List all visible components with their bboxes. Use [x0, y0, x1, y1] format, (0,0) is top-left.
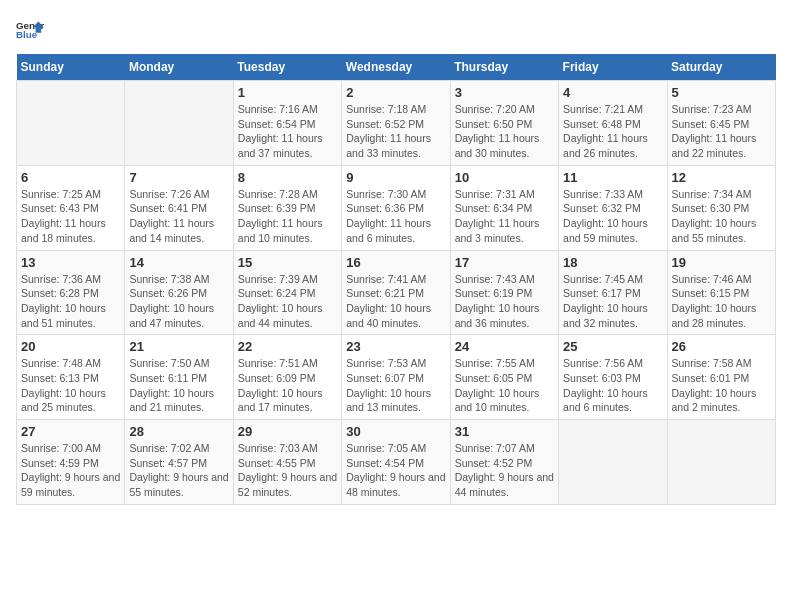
day-number: 29 — [238, 424, 337, 439]
day-number: 30 — [346, 424, 445, 439]
calendar-day-cell: 19Sunrise: 7:46 AM Sunset: 6:15 PM Dayli… — [667, 250, 775, 335]
day-info: Sunrise: 7:28 AM Sunset: 6:39 PM Dayligh… — [238, 187, 337, 246]
day-info: Sunrise: 7:18 AM Sunset: 6:52 PM Dayligh… — [346, 102, 445, 161]
calendar-day-cell: 23Sunrise: 7:53 AM Sunset: 6:07 PM Dayli… — [342, 335, 450, 420]
day-number: 12 — [672, 170, 771, 185]
day-number: 10 — [455, 170, 554, 185]
calendar-day-cell: 9Sunrise: 7:30 AM Sunset: 6:36 PM Daylig… — [342, 165, 450, 250]
day-info: Sunrise: 7:58 AM Sunset: 6:01 PM Dayligh… — [672, 356, 771, 415]
day-info: Sunrise: 7:02 AM Sunset: 4:57 PM Dayligh… — [129, 441, 228, 500]
calendar-day-cell — [559, 420, 667, 505]
calendar-day-cell: 2Sunrise: 7:18 AM Sunset: 6:52 PM Daylig… — [342, 81, 450, 166]
day-number: 31 — [455, 424, 554, 439]
calendar-day-cell: 29Sunrise: 7:03 AM Sunset: 4:55 PM Dayli… — [233, 420, 341, 505]
day-info: Sunrise: 7:33 AM Sunset: 6:32 PM Dayligh… — [563, 187, 662, 246]
svg-text:Blue: Blue — [16, 29, 38, 40]
day-info: Sunrise: 7:55 AM Sunset: 6:05 PM Dayligh… — [455, 356, 554, 415]
day-info: Sunrise: 7:51 AM Sunset: 6:09 PM Dayligh… — [238, 356, 337, 415]
calendar-day-cell: 22Sunrise: 7:51 AM Sunset: 6:09 PM Dayli… — [233, 335, 341, 420]
day-info: Sunrise: 7:45 AM Sunset: 6:17 PM Dayligh… — [563, 272, 662, 331]
day-of-week-header: Tuesday — [233, 54, 341, 81]
day-info: Sunrise: 7:16 AM Sunset: 6:54 PM Dayligh… — [238, 102, 337, 161]
calendar-day-cell: 18Sunrise: 7:45 AM Sunset: 6:17 PM Dayli… — [559, 250, 667, 335]
calendar-week-row: 20Sunrise: 7:48 AM Sunset: 6:13 PM Dayli… — [17, 335, 776, 420]
day-number: 5 — [672, 85, 771, 100]
calendar-day-cell: 7Sunrise: 7:26 AM Sunset: 6:41 PM Daylig… — [125, 165, 233, 250]
calendar-day-cell: 17Sunrise: 7:43 AM Sunset: 6:19 PM Dayli… — [450, 250, 558, 335]
day-info: Sunrise: 7:43 AM Sunset: 6:19 PM Dayligh… — [455, 272, 554, 331]
day-number: 14 — [129, 255, 228, 270]
calendar-day-cell: 3Sunrise: 7:20 AM Sunset: 6:50 PM Daylig… — [450, 81, 558, 166]
day-info: Sunrise: 7:34 AM Sunset: 6:30 PM Dayligh… — [672, 187, 771, 246]
day-number: 17 — [455, 255, 554, 270]
day-number: 11 — [563, 170, 662, 185]
day-info: Sunrise: 7:23 AM Sunset: 6:45 PM Dayligh… — [672, 102, 771, 161]
day-info: Sunrise: 7:50 AM Sunset: 6:11 PM Dayligh… — [129, 356, 228, 415]
day-number: 3 — [455, 85, 554, 100]
day-info: Sunrise: 7:41 AM Sunset: 6:21 PM Dayligh… — [346, 272, 445, 331]
calendar-week-row: 27Sunrise: 7:00 AM Sunset: 4:59 PM Dayli… — [17, 420, 776, 505]
day-info: Sunrise: 7:39 AM Sunset: 6:24 PM Dayligh… — [238, 272, 337, 331]
calendar-day-cell: 16Sunrise: 7:41 AM Sunset: 6:21 PM Dayli… — [342, 250, 450, 335]
day-number: 7 — [129, 170, 228, 185]
day-number: 20 — [21, 339, 120, 354]
day-number: 23 — [346, 339, 445, 354]
day-info: Sunrise: 7:21 AM Sunset: 6:48 PM Dayligh… — [563, 102, 662, 161]
calendar-day-cell: 25Sunrise: 7:56 AM Sunset: 6:03 PM Dayli… — [559, 335, 667, 420]
calendar-day-cell: 4Sunrise: 7:21 AM Sunset: 6:48 PM Daylig… — [559, 81, 667, 166]
day-number: 26 — [672, 339, 771, 354]
calendar-day-cell: 11Sunrise: 7:33 AM Sunset: 6:32 PM Dayli… — [559, 165, 667, 250]
day-of-week-header: Monday — [125, 54, 233, 81]
calendar-day-cell: 13Sunrise: 7:36 AM Sunset: 6:28 PM Dayli… — [17, 250, 125, 335]
day-number: 28 — [129, 424, 228, 439]
day-number: 2 — [346, 85, 445, 100]
page-header: General Blue — [16, 16, 776, 44]
day-number: 13 — [21, 255, 120, 270]
calendar-day-cell — [125, 81, 233, 166]
calendar-day-cell: 30Sunrise: 7:05 AM Sunset: 4:54 PM Dayli… — [342, 420, 450, 505]
day-info: Sunrise: 7:38 AM Sunset: 6:26 PM Dayligh… — [129, 272, 228, 331]
day-info: Sunrise: 7:00 AM Sunset: 4:59 PM Dayligh… — [21, 441, 120, 500]
calendar-day-cell: 6Sunrise: 7:25 AM Sunset: 6:43 PM Daylig… — [17, 165, 125, 250]
calendar-day-cell — [667, 420, 775, 505]
calendar-day-cell: 26Sunrise: 7:58 AM Sunset: 6:01 PM Dayli… — [667, 335, 775, 420]
day-info: Sunrise: 7:05 AM Sunset: 4:54 PM Dayligh… — [346, 441, 445, 500]
calendar-week-row: 13Sunrise: 7:36 AM Sunset: 6:28 PM Dayli… — [17, 250, 776, 335]
calendar-day-cell — [17, 81, 125, 166]
day-info: Sunrise: 7:31 AM Sunset: 6:34 PM Dayligh… — [455, 187, 554, 246]
calendar-day-cell: 15Sunrise: 7:39 AM Sunset: 6:24 PM Dayli… — [233, 250, 341, 335]
day-number: 15 — [238, 255, 337, 270]
logo: General Blue — [16, 16, 44, 44]
day-info: Sunrise: 7:30 AM Sunset: 6:36 PM Dayligh… — [346, 187, 445, 246]
calendar-day-cell: 12Sunrise: 7:34 AM Sunset: 6:30 PM Dayli… — [667, 165, 775, 250]
day-of-week-header: Sunday — [17, 54, 125, 81]
calendar-day-cell: 14Sunrise: 7:38 AM Sunset: 6:26 PM Dayli… — [125, 250, 233, 335]
day-of-week-header: Friday — [559, 54, 667, 81]
calendar-week-row: 1Sunrise: 7:16 AM Sunset: 6:54 PM Daylig… — [17, 81, 776, 166]
day-info: Sunrise: 7:36 AM Sunset: 6:28 PM Dayligh… — [21, 272, 120, 331]
calendar-day-cell: 21Sunrise: 7:50 AM Sunset: 6:11 PM Dayli… — [125, 335, 233, 420]
day-number: 16 — [346, 255, 445, 270]
day-of-week-header: Thursday — [450, 54, 558, 81]
calendar-week-row: 6Sunrise: 7:25 AM Sunset: 6:43 PM Daylig… — [17, 165, 776, 250]
calendar-day-cell: 10Sunrise: 7:31 AM Sunset: 6:34 PM Dayli… — [450, 165, 558, 250]
day-number: 27 — [21, 424, 120, 439]
day-info: Sunrise: 7:53 AM Sunset: 6:07 PM Dayligh… — [346, 356, 445, 415]
logo-icon: General Blue — [16, 16, 44, 44]
calendar-day-cell: 5Sunrise: 7:23 AM Sunset: 6:45 PM Daylig… — [667, 81, 775, 166]
day-info: Sunrise: 7:56 AM Sunset: 6:03 PM Dayligh… — [563, 356, 662, 415]
calendar-day-cell: 20Sunrise: 7:48 AM Sunset: 6:13 PM Dayli… — [17, 335, 125, 420]
calendar-day-cell: 31Sunrise: 7:07 AM Sunset: 4:52 PM Dayli… — [450, 420, 558, 505]
day-number: 6 — [21, 170, 120, 185]
calendar-day-cell: 24Sunrise: 7:55 AM Sunset: 6:05 PM Dayli… — [450, 335, 558, 420]
day-number: 1 — [238, 85, 337, 100]
day-info: Sunrise: 7:48 AM Sunset: 6:13 PM Dayligh… — [21, 356, 120, 415]
day-info: Sunrise: 7:25 AM Sunset: 6:43 PM Dayligh… — [21, 187, 120, 246]
calendar-table: SundayMondayTuesdayWednesdayThursdayFrid… — [16, 54, 776, 505]
day-number: 19 — [672, 255, 771, 270]
day-of-week-header: Wednesday — [342, 54, 450, 81]
calendar-day-cell: 8Sunrise: 7:28 AM Sunset: 6:39 PM Daylig… — [233, 165, 341, 250]
day-number: 9 — [346, 170, 445, 185]
day-of-week-header: Saturday — [667, 54, 775, 81]
calendar-header-row: SundayMondayTuesdayWednesdayThursdayFrid… — [17, 54, 776, 81]
